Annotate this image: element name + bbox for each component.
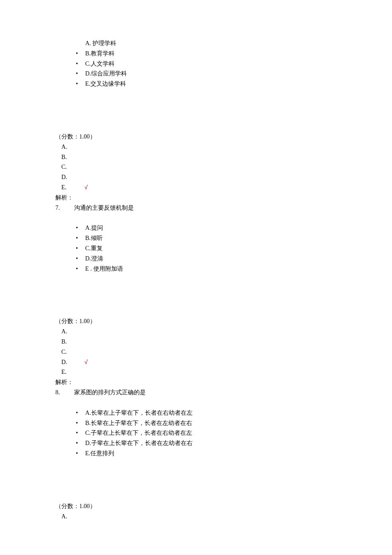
answer-label: C.	[61, 162, 84, 172]
option-text: D.综合应用学科	[85, 69, 127, 79]
bullet-icon: •	[76, 59, 85, 69]
answer-label: A.	[61, 512, 84, 522]
bullet-icon: •	[76, 428, 85, 438]
q6-option-b: • B.教育学科	[55, 49, 337, 59]
q6-answer-b: B.	[61, 152, 337, 162]
bullet-icon: •	[76, 69, 85, 79]
q7-answer-c: C.	[61, 347, 337, 357]
q6-analysis: 解析：	[55, 193, 337, 203]
bullet-icon: •	[76, 49, 85, 59]
q8-option-e: • E.任意排列	[55, 448, 337, 459]
bullet-icon: •	[76, 418, 85, 428]
q8-answer-a: A.	[61, 512, 337, 522]
check-icon: √	[84, 357, 88, 367]
q7-answer-e: E.	[61, 367, 337, 377]
option-text: A. 护理学科	[85, 40, 116, 46]
answer-label: E.	[61, 367, 84, 377]
bullet-icon: •	[76, 223, 85, 233]
option-text: C.人文学科	[85, 59, 115, 69]
bullet-icon: •	[76, 438, 85, 448]
q6-answer-a: A.	[61, 142, 337, 152]
option-text: B.教育学科	[85, 49, 115, 59]
answer-label: D.	[61, 172, 84, 182]
bullet-icon: •	[76, 264, 85, 274]
q7-answer-a: A.	[61, 327, 337, 337]
bullet-icon: •	[76, 243, 85, 254]
q7-option-e: • E . 使用附加语	[55, 264, 337, 274]
option-text: B.长辈在上子辈在下，长者在左幼者在右	[85, 418, 192, 428]
question-number: 7.	[55, 203, 74, 213]
question-number: 8.	[55, 387, 74, 398]
q7-score: （分数：1.00）	[55, 316, 337, 327]
q6-option-d: • D.综合应用学科	[55, 69, 337, 79]
option-text: C.子辈在上长辈在下，长者在右幼者在左	[85, 428, 192, 438]
bullet-icon: •	[76, 448, 85, 459]
answer-label: C.	[61, 347, 84, 357]
option-text: D.子辈在上长辈在下，长者在左幼者在右	[85, 438, 193, 448]
answer-label: B.	[61, 152, 84, 162]
q7-analysis: 解析：	[55, 377, 337, 387]
q6-option-e: • E.交叉边缘学科	[55, 79, 337, 89]
option-text: E.交叉边缘学科	[85, 79, 126, 89]
q7-option-a: • A.提问	[55, 223, 337, 233]
option-text: B.倾听	[85, 233, 103, 243]
q6-answer-c: C.	[61, 162, 337, 172]
answer-label: B.	[61, 337, 84, 347]
answer-label: E.	[61, 182, 84, 193]
bullet-icon: •	[76, 254, 85, 264]
option-text: A.提问	[85, 223, 103, 233]
q8-question: 8. 家系图的排列方式正确的是	[55, 387, 337, 398]
q8-score: （分数：1.00）	[55, 501, 337, 512]
option-text: E . 使用附加语	[85, 264, 123, 274]
answer-label: D.	[61, 357, 84, 367]
q7-answer-d: D.√	[61, 357, 337, 367]
bullet-icon: •	[76, 233, 85, 243]
q6-answer-e: E.√	[61, 182, 337, 193]
answer-label: A.	[61, 142, 84, 152]
question-text: 沟通的主要反馈机制是	[74, 203, 134, 213]
bullet-icon: •	[76, 408, 85, 418]
q8-option-c: • C.子辈在上长辈在下，长者在右幼者在左	[55, 428, 337, 438]
q6-score: （分数：1.00）	[55, 132, 337, 142]
q7-option-b: • B.倾听	[55, 233, 337, 243]
option-text: C.重复	[85, 243, 103, 254]
q8-option-d: • D.子辈在上长辈在下，长者在左幼者在右	[55, 438, 337, 448]
q6-option-c: • C.人文学科	[55, 59, 337, 69]
answer-label: A.	[61, 327, 84, 337]
check-icon: √	[84, 182, 88, 193]
q7-option-d: • D.澄清	[55, 254, 337, 264]
option-text: A.长辈在上子辈在下，长者在右幼者在左	[85, 408, 193, 418]
q6-option-a: A. 护理学科	[55, 38, 337, 49]
q7-option-c: • C.重复	[55, 243, 337, 254]
q7-question: 7. 沟通的主要反馈机制是	[55, 203, 337, 213]
q8-option-a: • A.长辈在上子辈在下，长者在右幼者在左	[55, 408, 337, 418]
q7-answer-b: B.	[61, 337, 337, 347]
question-text: 家系图的排列方式正确的是	[74, 387, 146, 398]
q8-option-b: • B.长辈在上子辈在下，长者在左幼者在右	[55, 418, 337, 428]
bullet-icon: •	[76, 79, 85, 89]
option-text: E.任意排列	[85, 448, 114, 459]
option-text: D.澄清	[85, 254, 103, 264]
q6-answer-d: D.	[61, 172, 337, 182]
